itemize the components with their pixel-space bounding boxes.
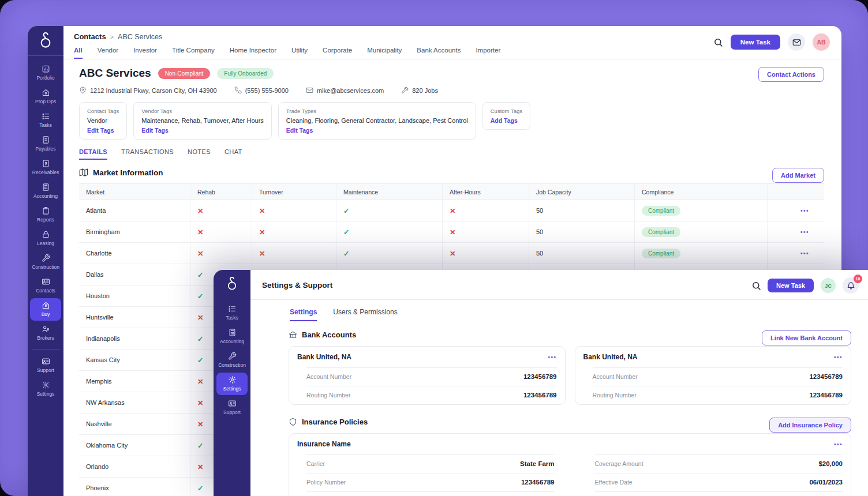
tag-card-vendor-tags: Vendor TagsMaintenance, Rehab, Turnover,… — [133, 102, 272, 140]
sidebar-item-reports[interactable]: Reports — [30, 204, 61, 226]
more-menu-icon[interactable]: ••• — [548, 354, 556, 360]
contact-type-tabs: AllVendorInvestorTitle CompanyHome Inspe… — [74, 47, 500, 59]
support-icon — [42, 357, 50, 366]
tab-settings[interactable]: Settings — [290, 308, 317, 321]
tab-home-inspector[interactable]: Home Inspector — [230, 47, 276, 59]
sidebar-item-prop-ops[interactable]: Prop Ops — [30, 85, 61, 108]
field-value: State Farm — [520, 460, 554, 467]
sidebar-item-buy[interactable]: Buy — [30, 298, 61, 321]
field-label: Account Number — [593, 373, 638, 380]
mail-icon[interactable] — [788, 33, 805, 51]
sidebar-item-contacts[interactable]: Contacts — [30, 275, 61, 297]
tab-investor[interactable]: Investor — [133, 47, 157, 59]
avatar[interactable]: AB — [813, 33, 830, 51]
portfolio-icon — [42, 65, 50, 73]
breadcrumb: Contacts > ABC Services — [74, 32, 162, 41]
sidebar-item-accounting[interactable]: Accounting — [216, 325, 248, 348]
check-icon: ✓ — [343, 249, 349, 258]
cross-icon: ✕ — [197, 313, 203, 322]
tab-title-company[interactable]: Title Company — [172, 47, 215, 59]
tab-users-permissions[interactable]: Users & Permissions — [333, 308, 397, 321]
check-icon: ✓ — [343, 228, 349, 236]
more-menu-icon[interactable]: ••• — [834, 354, 843, 360]
sidebar-item-label: Accounting — [33, 193, 58, 199]
tab-notes[interactable]: NOTES — [188, 148, 211, 160]
more-menu-icon[interactable]: ••• — [834, 441, 843, 448]
sidebar-item-label: Receivables — [32, 170, 59, 175]
more-menu-icon[interactable]: ••• — [768, 200, 824, 221]
sidebar-item-support[interactable]: Support — [216, 396, 248, 419]
tag-card-action-link[interactable]: Edit Tags — [286, 127, 468, 134]
compliance-cell: Compliant — [635, 243, 768, 264]
sidebar-item-leasing[interactable]: Leasing — [30, 227, 61, 250]
notifications-button[interactable]: 10 — [843, 277, 859, 294]
cross-icon: ✕ — [450, 228, 455, 236]
tag-card-contact-tags: Contact TagsVendorEdit Tags — [79, 102, 127, 140]
sidebar-item-settings[interactable]: Settings — [216, 373, 248, 395]
sidebar-item-brokers[interactable]: Brokers — [30, 322, 61, 344]
sidebar-item-accounting[interactable]: Accounting — [30, 180, 61, 202]
field-row: Policy Number123456789 — [306, 473, 555, 491]
more-menu-icon[interactable]: ••• — [768, 221, 824, 242]
sidebar-item-label: Buy — [42, 311, 50, 317]
tab-corporate[interactable]: Corporate — [323, 47, 352, 59]
tab-bank-accounts[interactable]: Bank Accounts — [417, 47, 461, 59]
tag-card-title: Contact Tags — [87, 108, 119, 114]
cross-icon: ✕ — [259, 206, 265, 215]
breadcrumb-root[interactable]: Contacts — [74, 32, 106, 41]
table-row[interactable]: Atlanta✕✕✓✕50Compliant••• — [79, 200, 824, 221]
market-cell: Charlotte — [79, 243, 190, 264]
notification-badge: 10 — [854, 275, 862, 283]
new-task-button[interactable]: New Task — [768, 279, 814, 292]
table-row[interactable]: Charlotte✕✕✓✕50Compliant••• — [79, 243, 824, 264]
settings-window: TasksAccountingConstructionSettingsSuppo… — [214, 270, 868, 496]
tag-card-action-link[interactable]: Edit Tags — [87, 127, 119, 134]
table-row[interactable]: Birmingham✕✕✓✕50Compliant••• — [79, 221, 824, 243]
sidebar-item-tasks[interactable]: Tasks — [216, 302, 248, 324]
tag-card-action-link[interactable]: Edit Tags — [141, 127, 264, 134]
field-row: Routing Number123456789 — [593, 386, 843, 404]
settings-sidebar: TasksAccountingConstructionSettingsSuppo… — [214, 270, 250, 496]
new-task-button[interactable]: New Task — [731, 35, 780, 50]
email-item: mike@abcservices.com — [306, 87, 384, 94]
check-icon: ✓ — [197, 484, 203, 493]
tab-utility[interactable]: Utility — [291, 47, 308, 59]
market-cell: Indianapolis — [79, 328, 190, 349]
bank-account-card: Bank United, NA•••Account Number12345678… — [575, 346, 852, 405]
tag-card-action-link[interactable]: Add Tags — [491, 117, 522, 124]
search-icon[interactable] — [713, 37, 723, 47]
compliance-cell: Compliant — [635, 200, 768, 221]
tab-details[interactable]: DETAILS — [79, 148, 107, 160]
link-new-bank-account-button[interactable]: Link New Bank Account — [762, 330, 851, 345]
address-item: 1212 Industrial Pkwy, Carson City, OH 43… — [79, 87, 217, 94]
more-menu-icon[interactable]: ••• — [768, 243, 824, 264]
tasks-icon — [42, 112, 50, 121]
add-market-button[interactable]: Add Market — [772, 168, 824, 183]
market-cell: Houston — [79, 285, 190, 306]
sidebar-item-portfolio[interactable]: Portfolio — [30, 62, 61, 84]
tab-municipality[interactable]: Municipality — [367, 47, 402, 59]
sidebar-item-payables[interactable]: Payables — [30, 133, 61, 155]
tab-importer[interactable]: Importer — [476, 47, 500, 59]
tab-vendor[interactable]: Vendor — [98, 47, 118, 59]
map-pin-icon — [79, 87, 87, 94]
sidebar-item-support[interactable]: Support — [30, 354, 61, 377]
contact-actions-button[interactable]: Contact Actions — [758, 67, 824, 82]
sidebar-item-receivables[interactable]: Receivables — [30, 156, 61, 179]
app-logo[interactable] — [28, 26, 63, 56]
sidebar-item-construction[interactable]: Construction — [30, 251, 61, 273]
add-insurance-policy-button[interactable]: Add Insurance Policy — [769, 418, 851, 433]
sidebar-item-tasks[interactable]: Tasks — [30, 109, 61, 131]
market-cell: Huntsville — [79, 307, 190, 328]
tab-all[interactable]: All — [74, 47, 83, 59]
app-logo[interactable] — [214, 270, 250, 299]
avatar[interactable]: JC — [821, 278, 836, 293]
tab-transactions[interactable]: TRANSACTIONS — [121, 148, 174, 160]
tab-chat[interactable]: CHAT — [225, 148, 242, 160]
table-cell: ✓ — [336, 243, 443, 264]
settings-header-controls: New Task JC 10 — [751, 277, 859, 294]
search-icon[interactable] — [751, 281, 761, 290]
market-cell: NW Arkansas — [79, 392, 190, 413]
sidebar-item-construction[interactable]: Construction — [216, 349, 248, 371]
sidebar-item-settings[interactable]: Settings — [30, 378, 61, 400]
